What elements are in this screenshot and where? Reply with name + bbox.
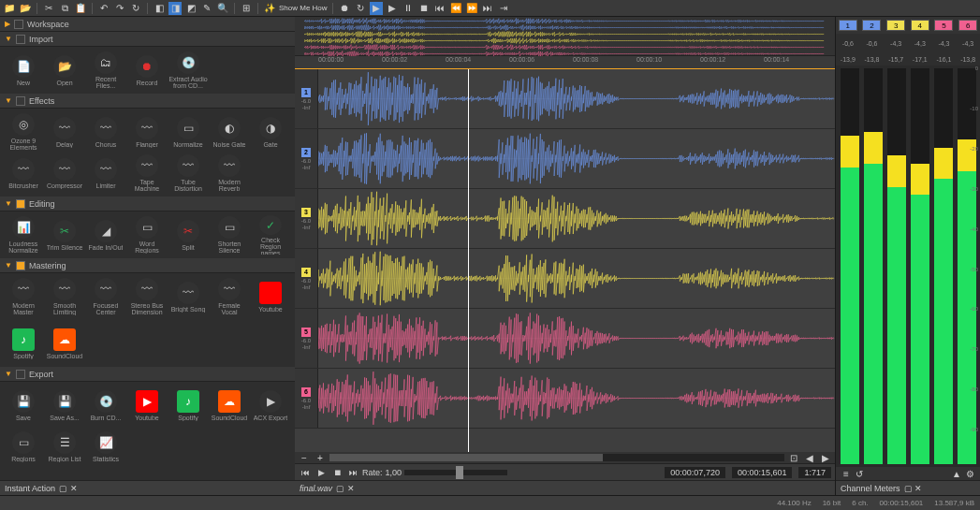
tool3-icon[interactable]: ◩ — [184, 2, 197, 15]
tool-normalize[interactable]: ▭Normalize — [168, 112, 208, 152]
tool-trim-silence[interactable]: ✂Trim Silence — [45, 215, 84, 255]
ff-icon[interactable]: ⏩ — [465, 2, 478, 15]
tool-stereo-bus-dimension[interactable]: 〰Stereo Bus Dimension — [127, 277, 167, 316]
tool4-icon[interactable]: ✎ — [200, 2, 213, 15]
tool-save-as-[interactable]: 💾Save As... — [45, 386, 84, 425]
tool-open[interactable]: 📂Open — [45, 51, 84, 90]
scroll-right-icon[interactable]: ▶ — [819, 451, 832, 464]
tool-youtube[interactable]: ▶Youtube — [251, 277, 290, 316]
tool-bitcrusher[interactable]: 〰Bitcrusher — [4, 153, 43, 193]
tool-save[interactable]: 💾Save — [4, 386, 43, 425]
tool-split[interactable]: ✂Split — [168, 215, 208, 255]
show-me-how-button[interactable]: Show Me How — [279, 4, 328, 12]
tool-soundcloud[interactable]: ☁SoundCloud — [210, 386, 249, 425]
tool-flanger[interactable]: 〰Flanger — [127, 112, 167, 152]
cat-export[interactable]: ▼Export — [0, 367, 295, 382]
rew-icon[interactable]: ⏪ — [449, 2, 462, 15]
waveform[interactable] — [318, 129, 835, 188]
overview[interactable] — [295, 17, 835, 56]
scissors-icon[interactable]: ✂ — [42, 2, 55, 15]
paste-icon[interactable]: 📋 — [74, 2, 87, 15]
waveform[interactable] — [318, 189, 835, 248]
track-head[interactable]: 6-6.0-Inf — [295, 369, 318, 428]
start-icon[interactable]: ⏮ — [433, 2, 446, 15]
pause-icon[interactable]: ⏸ — [402, 2, 415, 15]
tool-new[interactable]: 📄New — [4, 51, 43, 90]
rate-slider[interactable] — [404, 470, 507, 475]
stop-icon[interactable]: ⏹ — [417, 2, 431, 15]
tool-shorten-silence[interactable]: ▭Shorten Silence — [210, 215, 249, 255]
cat-import[interactable]: ▼Import — [0, 32, 295, 47]
tool5-icon[interactable]: 🔍 — [216, 2, 229, 15]
tool-check-region-names[interactable]: ✓Check Region names — [251, 215, 290, 255]
waveform[interactable] — [318, 69, 835, 128]
tool-loudness-normalize[interactable]: 📊Loudness Normalize — [4, 215, 43, 255]
tool-acx-export[interactable]: ▶ACX Export — [251, 386, 290, 425]
meter-view-icon[interactable]: ▲ — [950, 467, 963, 480]
tool-fade-in-out[interactable]: ◢Fade In/Out — [86, 215, 125, 255]
loop-icon[interactable]: ↻ — [354, 2, 367, 15]
folder-icon[interactable]: 📁 — [3, 2, 16, 15]
h-scroll[interactable]: − + ⊡ ◀ ▶ — [295, 452, 835, 463]
meter-channel-5[interactable]: 5 — [934, 20, 953, 31]
cat-mastering[interactable]: ▼Mastering — [0, 258, 295, 273]
wand-icon[interactable]: ✨ — [263, 2, 276, 15]
meter-channel-2[interactable]: 2 — [862, 20, 881, 31]
undo-icon[interactable]: ↶ — [97, 2, 110, 15]
tool1-icon[interactable]: ◧ — [153, 2, 166, 15]
tool-spotify[interactable]: ♪Spotify — [168, 386, 208, 425]
tool-gate[interactable]: ◑Gate — [251, 112, 290, 152]
cat-effects[interactable]: ▼Effects — [0, 94, 295, 109]
open-icon[interactable]: 📂 — [19, 2, 32, 15]
waveform[interactable] — [318, 369, 835, 428]
tool-smooth-limiting[interactable]: 〰Smooth Limiting — [45, 277, 84, 316]
tool-focused-center[interactable]: 〰Focused Center — [86, 277, 125, 316]
tool-spotify[interactable]: ♪Spotify — [4, 324, 43, 363]
tool-delay[interactable]: 〰Delay — [45, 112, 84, 152]
tool-noise-gate[interactable]: ◐Noise Gate — [210, 112, 249, 152]
tool-youtube[interactable]: ▶Youtube — [127, 386, 167, 425]
track-head[interactable]: 2-6.0-Inf — [295, 129, 318, 188]
tool2-icon[interactable]: ◨ — [168, 2, 182, 15]
meter-settings-icon[interactable]: ⚙ — [963, 467, 976, 480]
tool-word-regions[interactable]: ▭Word Regions — [127, 215, 167, 255]
tool-limiter[interactable]: 〰Limiter — [86, 153, 125, 193]
track-head[interactable]: 1-6.0-Inf — [295, 69, 318, 128]
t-start-icon[interactable]: ⏮ — [299, 466, 312, 479]
tool-chorus[interactable]: 〰Chorus — [86, 112, 125, 152]
cat-workspace[interactable]: ▶Workspace — [0, 17, 295, 32]
tool-regions[interactable]: ▭Regions — [4, 427, 43, 466]
tool-ozone-9-elements[interactable]: ◎Ozone 9 Elements — [4, 112, 43, 152]
end-icon[interactable]: ⏭ — [481, 2, 494, 15]
tool-soundcloud[interactable]: ☁SoundCloud — [45, 324, 84, 363]
play-icon[interactable]: ▶ — [386, 2, 399, 15]
track-head[interactable]: 4-6.0-Inf — [295, 249, 318, 308]
copy-icon[interactable]: ⧉ — [58, 2, 71, 15]
waveform[interactable] — [318, 249, 835, 308]
snap-icon[interactable]: ⊞ — [240, 2, 253, 15]
meter-channel-1[interactable]: 1 — [839, 20, 857, 31]
zoom-in-icon[interactable]: + — [314, 451, 327, 464]
mark-icon[interactable]: ⇥ — [497, 2, 510, 15]
redo-icon[interactable]: ↷ — [113, 2, 126, 15]
meter-channel-6[interactable]: 6 — [958, 20, 977, 31]
repeat-icon[interactable]: ↻ — [129, 2, 142, 15]
tool-modern-reverb[interactable]: 〰Modern Reverb — [210, 153, 249, 193]
track-head[interactable]: 5-6.0-Inf — [295, 309, 318, 368]
tool-region-list[interactable]: ☰Region List — [45, 427, 84, 466]
tool-tape-machine[interactable]: 〰Tape Machine — [127, 153, 167, 193]
tool-recent-files-[interactable]: 🗂Recent Files... — [86, 51, 125, 90]
tool-tube-distortion[interactable]: 〰Tube Distortion — [168, 153, 208, 193]
rec-icon[interactable]: ⏺ — [338, 2, 351, 15]
tool-extract-audio-from-cd-[interactable]: 💿Extract Audio from CD... — [168, 51, 208, 90]
tool-record[interactable]: ⏺Record — [127, 51, 167, 90]
meter-reset-icon[interactable]: ↺ — [853, 467, 866, 480]
waveform[interactable] — [318, 309, 835, 368]
tool-burn-cd-[interactable]: 💿Burn CD... — [86, 386, 125, 425]
zoom-out-icon[interactable]: − — [298, 451, 311, 464]
meter-channel-4[interactable]: 4 — [911, 20, 929, 31]
zoom-sel-icon[interactable]: ⊡ — [787, 451, 800, 464]
t-end-icon[interactable]: ⏭ — [346, 466, 359, 479]
track-head[interactable]: 3-6.0-Inf — [295, 189, 318, 248]
tool-bright-song[interactable]: 〰Bright Song — [168, 277, 208, 316]
